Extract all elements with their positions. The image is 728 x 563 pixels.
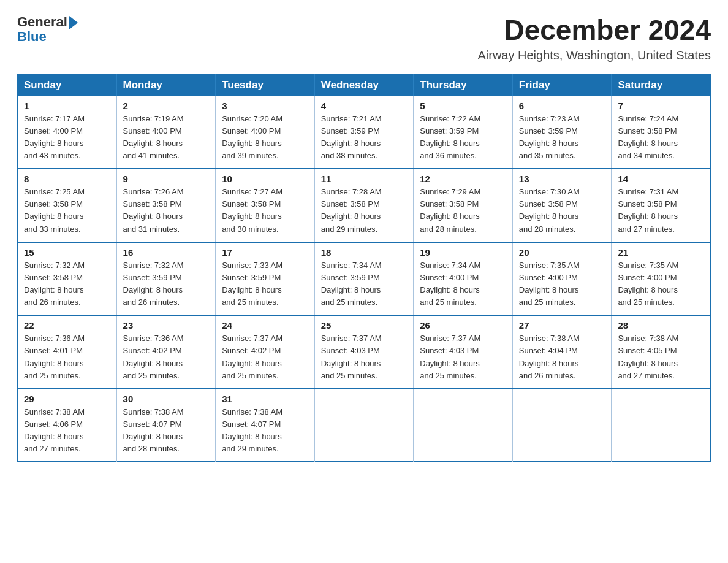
day-number: 10 (222, 174, 308, 184)
calendar-cell: 31Sunrise: 7:38 AMSunset: 4:07 PMDayligh… (216, 389, 315, 462)
sunset-text: Sunset: 4:07 PM (222, 419, 281, 429)
daylight-minutes-text: and 38 minutes. (321, 151, 378, 160)
calendar-week-row: 1Sunrise: 7:17 AMSunset: 4:00 PMDaylight… (18, 96, 711, 169)
daylight-minutes-text: and 28 minutes. (519, 224, 576, 234)
daylight-text: Daylight: 8 hours (123, 139, 183, 148)
day-info: Sunrise: 7:32 AMSunset: 3:59 PMDaylight:… (123, 259, 210, 309)
sunset-text: Sunset: 4:01 PM (24, 346, 83, 355)
daylight-text: Daylight: 8 hours (420, 139, 480, 148)
day-number: 19 (420, 247, 506, 258)
day-number: 25 (321, 320, 408, 331)
day-info: Sunrise: 7:22 AMSunset: 3:59 PMDaylight:… (420, 113, 506, 163)
calendar-cell: 2Sunrise: 7:19 AMSunset: 4:00 PMDaylight… (116, 96, 216, 169)
daylight-minutes-text: and 25 minutes. (321, 371, 378, 380)
daylight-minutes-text: and 26 minutes. (519, 371, 576, 380)
sunset-text: Sunset: 3:59 PM (123, 273, 182, 282)
calendar-cell: 20Sunrise: 7:35 AMSunset: 4:00 PMDayligh… (512, 242, 612, 316)
calendar-cell: 7Sunrise: 7:24 AMSunset: 3:58 PMDaylight… (612, 96, 711, 169)
day-number: 8 (24, 174, 110, 184)
daylight-text: Daylight: 8 hours (222, 139, 282, 148)
daylight-minutes-text: and 25 minutes. (24, 371, 81, 380)
sunset-text: Sunset: 4:02 PM (222, 346, 281, 355)
day-number: 28 (618, 320, 704, 331)
daylight-text: Daylight: 8 hours (321, 359, 381, 368)
day-info: Sunrise: 7:35 AMSunset: 4:00 PMDaylight:… (618, 259, 704, 309)
sunset-text: Sunset: 3:59 PM (420, 126, 479, 136)
day-info: Sunrise: 7:37 AMSunset: 4:02 PMDaylight:… (222, 332, 308, 382)
day-info: Sunrise: 7:27 AMSunset: 3:58 PMDaylight:… (222, 186, 308, 236)
day-info: Sunrise: 7:35 AMSunset: 4:00 PMDaylight:… (519, 259, 605, 309)
sunrise-text: Sunrise: 7:28 AM (321, 187, 382, 196)
daylight-text: Daylight: 8 hours (321, 212, 381, 221)
day-number: 20 (519, 247, 605, 258)
daylight-minutes-text: and 26 minutes. (24, 297, 81, 307)
daylight-minutes-text: and 27 minutes. (618, 224, 675, 234)
daylight-minutes-text: and 29 minutes. (321, 224, 378, 234)
daylight-text: Daylight: 8 hours (420, 212, 480, 221)
sunrise-text: Sunrise: 7:35 AM (618, 261, 678, 270)
location-subtitle: Airway Heights, Washington, United State… (477, 48, 711, 63)
calendar-cell: 22Sunrise: 7:36 AMSunset: 4:01 PMDayligh… (18, 315, 117, 389)
col-header-thursday: Thursday (414, 74, 513, 96)
sunset-text: Sunset: 4:00 PM (420, 273, 479, 282)
sunrise-text: Sunrise: 7:38 AM (123, 407, 184, 416)
sunrise-text: Sunrise: 7:22 AM (420, 114, 480, 123)
sunrise-text: Sunrise: 7:37 AM (321, 334, 382, 343)
day-number: 4 (321, 101, 408, 111)
day-number: 9 (123, 174, 210, 184)
daylight-text: Daylight: 8 hours (618, 139, 678, 148)
day-info: Sunrise: 7:19 AMSunset: 4:00 PMDaylight:… (123, 113, 210, 163)
calendar-cell: 26Sunrise: 7:37 AMSunset: 4:03 PMDayligh… (414, 315, 513, 389)
daylight-minutes-text: and 33 minutes. (24, 224, 81, 234)
daylight-text: Daylight: 8 hours (420, 359, 480, 368)
page-header: General Blue December 2024 Airway Height… (17, 15, 711, 63)
day-number: 22 (24, 320, 110, 331)
sunset-text: Sunset: 3:59 PM (222, 273, 281, 282)
col-header-friday: Friday (512, 74, 612, 96)
sunset-text: Sunset: 3:59 PM (321, 273, 380, 282)
daylight-text: Daylight: 8 hours (321, 139, 381, 148)
sunrise-text: Sunrise: 7:23 AM (519, 114, 580, 123)
daylight-text: Daylight: 8 hours (618, 359, 678, 368)
daylight-minutes-text: and 39 minutes. (222, 151, 279, 160)
day-number: 13 (519, 174, 605, 184)
calendar-cell: 1Sunrise: 7:17 AMSunset: 4:00 PMDaylight… (18, 96, 117, 169)
title-area: December 2024 Airway Heights, Washington… (477, 15, 711, 63)
day-info: Sunrise: 7:21 AMSunset: 3:59 PMDaylight:… (321, 113, 408, 163)
day-info: Sunrise: 7:38 AMSunset: 4:07 PMDaylight:… (222, 406, 308, 456)
daylight-minutes-text: and 25 minutes. (222, 371, 279, 380)
day-info: Sunrise: 7:38 AMSunset: 4:05 PMDaylight:… (618, 332, 704, 382)
daylight-text: Daylight: 8 hours (618, 212, 678, 221)
daylight-text: Daylight: 8 hours (123, 359, 183, 368)
calendar-cell: 12Sunrise: 7:29 AMSunset: 3:58 PMDayligh… (414, 169, 513, 242)
calendar-cell: 15Sunrise: 7:32 AMSunset: 3:58 PMDayligh… (18, 242, 117, 316)
calendar-cell: 24Sunrise: 7:37 AMSunset: 4:02 PMDayligh… (216, 315, 315, 389)
sunset-text: Sunset: 3:58 PM (321, 199, 380, 209)
col-header-sunday: Sunday (18, 74, 117, 96)
sunrise-text: Sunrise: 7:26 AM (123, 187, 184, 196)
daylight-minutes-text: and 25 minutes. (519, 297, 576, 307)
day-info: Sunrise: 7:20 AMSunset: 4:00 PMDaylight:… (222, 113, 308, 163)
sunset-text: Sunset: 4:06 PM (24, 419, 83, 429)
calendar-cell: 25Sunrise: 7:37 AMSunset: 4:03 PMDayligh… (314, 315, 414, 389)
sunrise-text: Sunrise: 7:35 AM (519, 261, 580, 270)
day-info: Sunrise: 7:29 AMSunset: 3:58 PMDaylight:… (420, 186, 506, 236)
daylight-text: Daylight: 8 hours (24, 139, 84, 148)
day-number: 15 (24, 247, 110, 258)
day-number: 21 (618, 247, 704, 258)
day-number: 23 (123, 320, 210, 331)
day-number: 5 (420, 101, 506, 111)
calendar-cell: 14Sunrise: 7:31 AMSunset: 3:58 PMDayligh… (612, 169, 711, 242)
day-info: Sunrise: 7:17 AMSunset: 4:00 PMDaylight:… (24, 113, 110, 163)
sunset-text: Sunset: 3:58 PM (618, 199, 677, 209)
day-info: Sunrise: 7:34 AMSunset: 4:00 PMDaylight:… (420, 259, 506, 309)
sunrise-text: Sunrise: 7:24 AM (618, 114, 678, 123)
daylight-minutes-text: and 28 minutes. (420, 224, 477, 234)
sunrise-text: Sunrise: 7:38 AM (222, 407, 282, 416)
day-info: Sunrise: 7:37 AMSunset: 4:03 PMDaylight:… (420, 332, 506, 382)
sunrise-text: Sunrise: 7:37 AM (420, 334, 480, 343)
sunrise-text: Sunrise: 7:19 AM (123, 114, 184, 123)
sunset-text: Sunset: 4:02 PM (123, 346, 182, 355)
calendar-cell: 10Sunrise: 7:27 AMSunset: 3:58 PMDayligh… (216, 169, 315, 242)
daylight-minutes-text: and 31 minutes. (123, 224, 180, 234)
